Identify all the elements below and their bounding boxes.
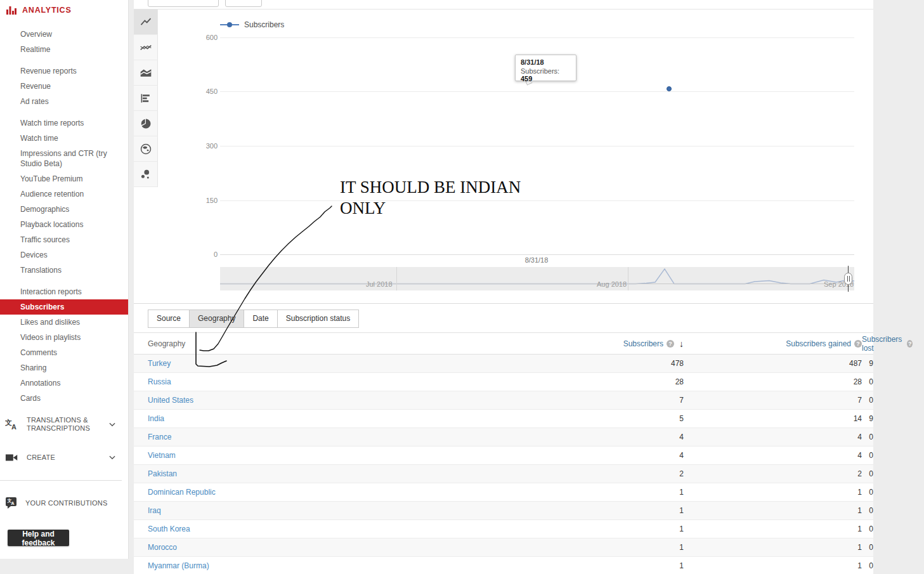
tab-date[interactable]: Date [244,310,277,328]
cell-gained: 28 [684,377,862,386]
header-divider [134,9,873,10]
sidebar-item-revenue[interactable]: Revenue [0,79,128,94]
sidebar-item-revenue-reports: Revenue reports [0,63,128,79]
sidebar-item-watch-time[interactable]: Watch time [0,131,128,146]
analytics-brand: ANALYTICS [6,5,72,15]
sidebar-item-annotations[interactable]: Annotations [0,375,128,391]
chevron-down-icon[interactable] [108,453,117,462]
y-axis-tick-label: 600 [196,34,218,41]
brush-handle[interactable] [844,273,852,285]
sidebar-item-ad-rates[interactable]: Ad rates [0,94,128,109]
sidebar-item-youtube-premium[interactable]: YouTube Premium [0,171,128,186]
country-link[interactable]: India [134,414,498,423]
sidebar-item-videos-in-playlists[interactable]: Videos in playlists [0,330,128,345]
cell-lost: 0 [862,433,873,441]
country-link[interactable]: Turkey [134,359,498,368]
data-point-marker[interactable] [667,86,672,91]
sidebar-item-playback-locations[interactable]: Playback locations [0,217,128,232]
cell-subscribers: 1 [498,506,684,515]
date-range-control-partial[interactable] [148,0,219,7]
cell-subscribers: 1 [498,525,684,533]
tab-source[interactable]: Source [148,310,190,328]
cell-gained: 1 [684,488,862,497]
sidebar-item-impressions-and-ctr-try-studio-beta[interactable]: Impressions and CTR (try Studio Beta) [0,146,128,171]
sidebar-item-translations[interactable]: Translations [0,263,128,278]
table-row: Dominican Republic110 [134,483,873,502]
cell-subscribers: 5 [498,414,684,423]
help-icon[interactable]: ? [667,340,674,348]
help-icon[interactable]: ? [907,340,913,348]
table-row: Turkey4784879 [134,355,873,373]
country-link[interactable]: Morocco [134,543,498,552]
sidebar-item-realtime[interactable]: Realtime [0,42,128,57]
stacked-area-chart-icon[interactable] [134,60,158,86]
breakdown-tabs: SourceGeographyDateSubscription status [148,310,359,328]
cell-lost: 0 [862,377,873,386]
sidebar-item-your-contributions[interactable]: 文 A YOUR CONTRIBUTIONS [0,497,128,509]
column-header-geography: Geography [134,339,498,348]
chart-legend: Subscribers [220,20,284,29]
column-header-subscribers-lost[interactable]: Subscribers lost? [862,335,913,353]
legend-line-marker [220,24,239,25]
sidebar-item-create[interactable]: CREATE [0,452,128,463]
country-link[interactable]: Vietnam [134,451,498,460]
country-link[interactable]: United States [134,396,498,405]
column-header-label: Subscribers [623,339,663,348]
column-header-subscribers-gained[interactable]: Subscribers gained? [684,339,862,348]
multiline-chart-icon[interactable] [134,35,158,60]
sidebar-item-comments[interactable]: Comments [0,345,128,360]
cell-subscribers: 2 [498,469,684,478]
cell-subscribers: 1 [498,561,684,570]
tooltip-series-value: Subscribers: 459 [521,67,571,82]
country-link[interactable]: Myanmar (Burma) [134,561,498,570]
sidebar-item-overview[interactable]: Overview [0,27,128,42]
country-link[interactable]: France [134,433,498,441]
sidebar-divider [0,480,122,481]
bubble-chart-icon[interactable] [134,162,158,187]
chevron-down-icon[interactable] [108,420,117,429]
table-row: United States770 [134,391,873,410]
geo-map-icon[interactable] [134,136,158,162]
tooltip-date: 8/31/18 [521,58,571,66]
chart-type-toolbar [134,10,158,187]
sidebar-item-cards[interactable]: Cards [0,391,128,406]
sidebar-item-label: CREATE [27,453,101,462]
sidebar-item-sharing[interactable]: Sharing [0,360,128,375]
cell-lost: 0 [862,488,873,497]
country-link[interactable]: Pakistan [134,469,498,478]
country-link[interactable]: Dominican Republic [134,488,498,497]
table-row: Russia28280 [134,373,873,391]
chart-minimap[interactable]: Jul 2018 Aug 2018 Sep 2018 [220,267,854,290]
line-chart-icon[interactable] [134,10,158,35]
toolbar-control-partial[interactable] [225,0,262,7]
tab-subscription-status[interactable]: Subscription status [277,310,359,328]
cell-lost: 0 [862,561,873,570]
sidebar-item-watch-time-reports: Watch time reports [0,115,128,131]
sidebar-item-likes-and-dislikes[interactable]: Likes and dislikes [0,315,128,330]
tab-geography[interactable]: Geography [189,310,244,328]
cell-lost: 0 [862,396,873,405]
cell-gained: 4 [684,451,862,460]
sidebar: ANALYTICS OverviewRealtimeRevenue report… [0,0,129,559]
country-link[interactable]: South Korea [134,525,498,533]
pie-chart-icon[interactable] [134,111,158,136]
help-icon[interactable]: ? [854,340,862,348]
sidebar-item-audience-retention[interactable]: Audience retention [0,186,128,202]
cell-gained: 1 [684,506,862,515]
sidebar-item-traffic-sources[interactable]: Traffic sources [0,232,128,247]
gridline [220,146,854,147]
sidebar-item-devices[interactable]: Devices [0,247,128,263]
help-and-feedback-button[interactable]: Help and feedback [8,530,69,546]
column-header-subscribers[interactable]: Subscribers?↓ [498,339,684,349]
country-link[interactable]: Iraq [134,506,498,515]
minimap-baseline [220,284,854,284]
sort-descending-icon[interactable]: ↓ [679,339,684,349]
country-link[interactable]: Russia [134,377,498,386]
y-axis-tick-label: 300 [196,142,218,150]
svg-text:A: A [11,423,16,431]
bar-chart-icon[interactable] [134,86,158,111]
sidebar-item-translations-transcriptions[interactable]: 文 A TRANSLATIONS & TRANSCRIPTIONS [0,416,128,433]
table-header-row: Geography Subscribers?↓Subscribers gaine… [134,332,873,355]
sidebar-item-subscribers[interactable]: Subscribers [0,299,128,315]
sidebar-item-demographics[interactable]: Demographics [0,202,128,217]
